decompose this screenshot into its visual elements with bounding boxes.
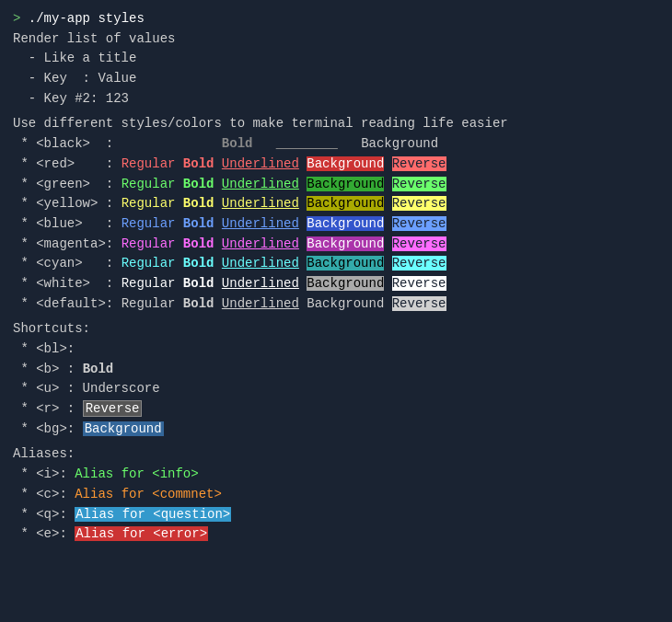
black-underline-label [276,136,338,151]
color-row-magenta: * <magenta>: Regular Bold Underlined Bac… [13,235,659,255]
alias-i-value: Alias for <info> [75,466,198,481]
magenta-reverse: Reverse [392,236,446,251]
yellow-background: Background [307,196,384,211]
white-regular: Regular [122,276,176,291]
shortcut-bl: * <bl>: [13,340,659,360]
white-underlined: Underlined [222,276,299,291]
green-underlined: Underlined [222,177,299,191]
color-row-white: * <white> : Regular Bold Underlined Back… [13,274,659,294]
color-row-green: * <green> : Regular Bold Underlined Back… [13,175,659,195]
black-bg-label: Background [361,136,438,151]
default-regular: Regular [122,296,176,311]
blue-background: Background [307,216,384,231]
red-background: Background [307,156,384,171]
color-row-red: * <red> : Regular Bold Underlined Backgr… [13,155,659,175]
prompt-symbol: > [13,11,29,26]
alias-i: * <i>: Alias for <info> [13,465,659,485]
shortcuts-title: Shortcuts: [13,319,659,340]
cyan-underlined: Underlined [222,256,299,271]
header-line-4: - Key #2: 123 [13,89,659,109]
green-reverse: Reverse [392,177,446,191]
shortcut-bg: * <bg>: Background [13,420,659,440]
color-row-default: * <default>: Regular Bold Underlined Bac… [13,294,659,315]
blue-regular: Regular [122,216,176,231]
aliases-title: Aliases: [13,444,659,465]
yellow-reverse: Reverse [392,196,446,211]
white-reverse: Reverse [392,276,446,291]
magenta-underlined: Underlined [222,236,299,251]
white-bold: Bold [183,276,214,291]
color-row-cyan: * <cyan> : Regular Bold Underlined Backg… [13,254,659,274]
default-underlined: Underlined [222,296,299,311]
color-row-yellow: * <yellow> : Regular Bold Underlined Bac… [13,194,659,214]
blue-underlined: Underlined [222,216,299,231]
header-line-3: - Key : Value [13,69,659,89]
default-bold: Bold [183,296,214,311]
alias-e: * <e>: Alias for <error> [13,524,659,545]
red-bold: Bold [183,156,214,171]
shortcut-bg-value: Background [83,421,164,436]
shortcut-r: * <r> : Reverse [13,399,659,420]
red-reverse: Reverse [392,156,446,171]
cyan-bold: Bold [183,256,214,271]
description-line: Use different styles/colors to make term… [13,114,659,134]
header-line-1: Render list of values [13,29,659,50]
shortcut-b-value: Bold [83,362,114,376]
default-background: Background [307,296,384,311]
blue-reverse: Reverse [392,216,446,231]
magenta-regular: Regular [122,236,176,251]
alias-q-value: Alias for <question> [75,507,231,522]
alias-e-value: Alias for <error> [75,526,208,541]
cyan-background: Background [307,256,384,271]
alias-c: * <c>: Alias for <commnet> [13,485,659,505]
red-underlined: Underlined [222,156,299,171]
prompt-line: > ./my-app styles [13,9,659,29]
black-bold [122,136,183,151]
red-regular: Regular [122,156,176,171]
alias-q: * <q>: Alias for <question> [13,505,659,525]
cyan-regular: Regular [122,256,176,271]
black-bold-label: Bold [222,136,253,151]
shortcut-u: * <u> : Underscore [13,379,659,399]
yellow-underlined: Underlined [222,196,299,211]
yellow-regular: Regular [122,196,176,211]
white-background: Background [307,276,384,291]
shortcut-b: * <b> : Bold [13,360,659,380]
color-row-blue: * <blue> : Regular Bold Underlined Backg… [13,214,659,235]
header-line-2: - Like a title [13,49,659,69]
green-regular: Regular [122,177,176,191]
shortcut-r-value: Reverse [83,400,143,417]
magenta-bold: Bold [183,236,214,251]
green-bold: Bold [183,177,214,191]
yellow-bold: Bold [183,196,214,211]
default-reverse: Reverse [392,296,446,311]
magenta-background: Background [307,236,384,251]
green-background: Background [307,177,384,191]
color-row-black: * <black> : Bold Background [13,134,659,155]
command-text: ./my-app styles [29,11,145,26]
blue-bold: Bold [183,216,214,231]
alias-c-value: Alias for <commnet> [75,487,222,501]
cyan-reverse: Reverse [392,256,446,271]
